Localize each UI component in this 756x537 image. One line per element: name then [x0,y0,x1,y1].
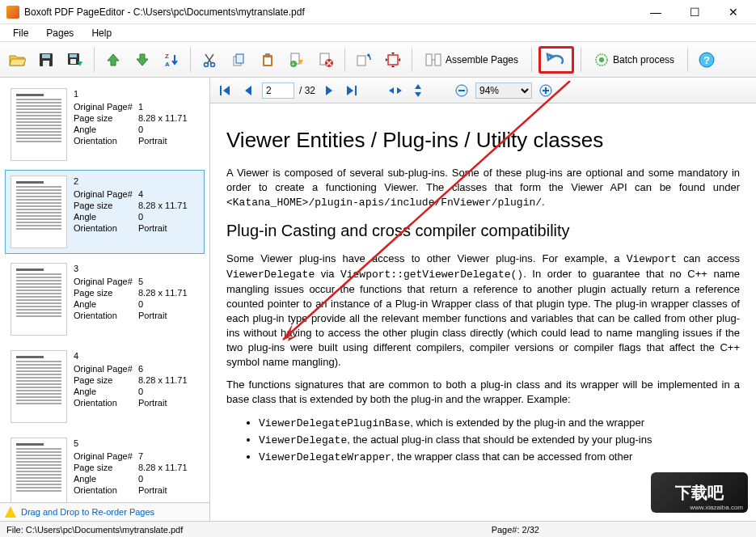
app-icon [6,6,19,19]
menubar: File Pages Help [0,24,756,42]
prev-page-button[interactable] [239,82,257,99]
svg-rect-23 [435,54,441,66]
svg-rect-22 [426,54,432,66]
watermark: 下载吧 www.xiazaiba.com [651,472,748,513]
svg-rect-21 [388,55,398,65]
thumbnail-list[interactable]: 1Original Page#1Page size8.28 x 11.71Ang… [0,78,209,502]
svg-rect-4 [70,54,77,57]
sidebar-footer: Drag and Drop to Re-order Pages [0,502,209,521]
status-page: Page#: 2/32 [492,525,750,535]
open-button[interactable] [5,48,29,72]
save-button[interactable] [34,48,58,72]
svg-rect-5 [70,59,76,64]
status-file: File: C:\Users\pc\Documents\mytranslate.… [6,525,183,535]
thumbnail-row[interactable]: 5Original Page#7Page size8.28 x 11.71Ang… [5,432,205,502]
zoom-out-button[interactable] [453,82,471,99]
svg-rect-20 [357,56,365,66]
page-total: / 32 [299,85,315,96]
svg-rect-1 [42,54,50,58]
doc-list: ViewerDelegatePluginBase, which is exten… [259,415,740,466]
assemble-label: Assemble Pages [446,54,518,66]
warning-icon [5,506,16,518]
delete-button[interactable] [314,48,338,72]
svg-point-8 [205,62,209,66]
copy-button[interactable] [226,48,251,72]
doc-paragraph: The functions signatures that are common… [226,378,740,407]
help-button[interactable]: ? [695,48,719,72]
viewer: / 32 94% Viewer Entities / Plug-ins / Ut… [210,78,756,521]
assemble-pages-button[interactable]: Assemble Pages [419,49,525,70]
maximize-button[interactable]: ☐ [678,2,711,22]
svg-text:+: + [292,61,295,67]
svg-rect-14 [265,53,270,57]
svg-point-9 [211,62,215,66]
doc-paragraph: Some Viewer plug-ins have access to othe… [226,252,740,370]
doc-paragraph: A Viewer is composed of several sub-plug… [226,166,740,210]
undo-button[interactable] [538,46,574,74]
toolbar: ZA + Assemble Pages Batch process ? [0,42,756,78]
thumbnail-row[interactable]: 2Original Page#4Page size8.28 x 11.71Ang… [5,170,205,254]
window-title: Boxoft PDF PageEditor - C:\Users\pc\Docu… [24,6,640,18]
doc-heading-2: Plug-in Casting and cross compiler compa… [226,222,740,240]
move-down-button[interactable] [130,48,154,72]
fit-page-button[interactable] [409,82,427,99]
svg-text:?: ? [703,54,710,66]
page-input[interactable] [262,82,294,99]
cut-button[interactable] [197,48,222,72]
menu-file[interactable]: File [5,26,36,40]
reorder-hint[interactable]: Drag and Drop to Re-order Pages [21,507,154,517]
close-button[interactable]: ✕ [717,2,750,22]
thumbnail-row[interactable]: 4Original Page#6Page size8.28 x 11.71Ang… [5,345,205,429]
list-item: ViewerDelegate, the actual plug-in class… [259,432,740,449]
thumbnail-row[interactable]: 3Original Page#5Page size8.28 x 11.71Ang… [5,257,205,341]
svg-rect-2 [43,61,49,66]
titlebar: Boxoft PDF PageEditor - C:\Users\pc\Docu… [0,0,756,24]
navbar: / 32 94% [210,78,756,104]
first-page-button[interactable] [217,82,234,99]
move-up-button[interactable] [101,48,125,72]
batch-process-button[interactable]: Batch process [588,49,681,70]
svg-point-25 [599,57,604,62]
resize-button[interactable] [381,48,405,72]
batch-label: Batch process [613,54,674,66]
assemble-icon [425,53,441,67]
list-item: ViewerDelegatePluginBase, which is exten… [259,415,740,432]
zoom-in-button[interactable] [537,82,555,99]
list-item: ViewerDelegateWrapper, the wrapper class… [259,449,740,466]
next-page-button[interactable] [320,82,338,99]
svg-rect-13 [264,57,271,65]
rotate-button[interactable] [352,48,376,72]
menu-pages[interactable]: Pages [38,26,82,40]
last-page-button[interactable] [343,82,361,99]
sort-button[interactable]: ZA [159,48,184,72]
sidebar: 1Original Page#1Page size8.28 x 11.71Ang… [0,78,210,521]
thumbnail-row[interactable]: 1Original Page#1Page size8.28 x 11.71Ang… [5,82,205,167]
zoom-select[interactable]: 94% [475,82,532,99]
fit-width-button[interactable] [386,82,404,99]
svg-text:A: A [165,61,170,68]
minimize-button[interactable]: ― [640,2,672,22]
insert-button[interactable]: + [285,48,309,72]
paste-button[interactable] [256,48,280,72]
save-as-button[interactable] [63,48,87,72]
gear-icon [594,53,609,67]
doc-heading-1: Viewer Entities / Plug-ins / Utility cla… [226,128,740,153]
statusbar: File: C:\Users\pc\Documents\mytranslate.… [0,521,756,537]
svg-text:Z: Z [165,53,169,60]
svg-rect-11 [236,54,243,63]
menu-help[interactable]: Help [83,26,120,40]
page-content[interactable]: Viewer Entities / Plug-ins / Utility cla… [210,104,756,521]
